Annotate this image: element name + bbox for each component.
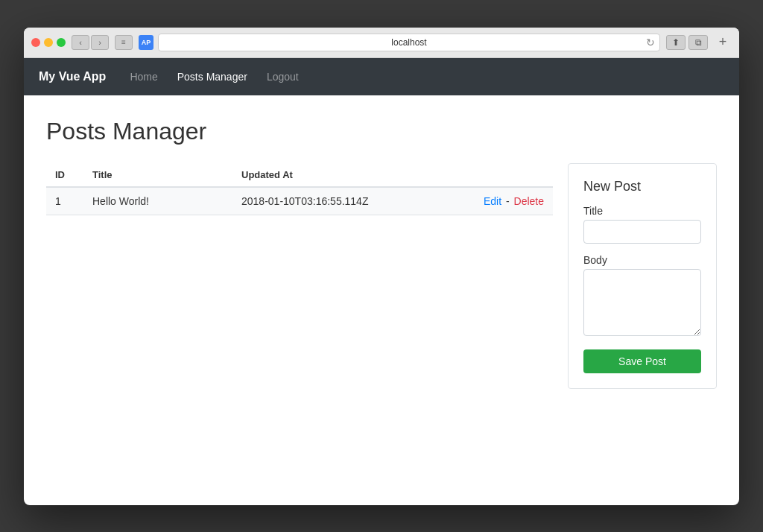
forward-icon: › bbox=[98, 38, 101, 47]
panel-title: New Post bbox=[583, 179, 701, 194]
browser-chrome: ‹ › ≡ AP localhost ↻ ⬆ ⧉ bbox=[24, 28, 739, 58]
title-input[interactable] bbox=[583, 220, 701, 244]
cell-id: 1 bbox=[46, 187, 83, 215]
close-button[interactable] bbox=[31, 38, 40, 47]
new-tab-button[interactable]: + bbox=[714, 34, 732, 51]
browser-actions: ⬆ ⧉ bbox=[666, 35, 708, 50]
new-tab-icon: + bbox=[719, 34, 727, 50]
body-form-group: Body bbox=[583, 254, 701, 339]
content-layout: ID Title Updated At 1 Hello World! 2018-… bbox=[46, 163, 717, 389]
col-header-title: Title bbox=[83, 163, 232, 187]
table-body: 1 Hello World! 2018-01-10T03:16:55.114Z … bbox=[46, 187, 553, 215]
table-section: ID Title Updated At 1 Hello World! 2018-… bbox=[46, 163, 553, 215]
col-header-actions bbox=[382, 163, 553, 187]
address-text: localhost bbox=[391, 37, 426, 48]
new-post-panel: New Post Title Body Save Post bbox=[568, 163, 717, 389]
table-header: ID Title Updated At bbox=[46, 163, 553, 187]
nav-links: Home Posts Manager Logout bbox=[121, 65, 307, 89]
refresh-icon[interactable]: ↻ bbox=[646, 37, 655, 48]
forward-button[interactable]: › bbox=[91, 35, 109, 50]
cell-title: Hello World! bbox=[83, 187, 232, 215]
edit-link[interactable]: Edit bbox=[484, 195, 501, 207]
app-content: Posts Manager ID Title Updated At bbox=[24, 95, 739, 505]
cell-actions: Edit - Delete bbox=[382, 187, 553, 215]
minimize-button[interactable] bbox=[44, 38, 53, 47]
col-header-updated-at: Updated At bbox=[232, 163, 382, 187]
address-bar[interactable]: localhost ↻ bbox=[158, 34, 660, 51]
duplicate-button[interactable]: ⧉ bbox=[688, 35, 708, 50]
nav-link-logout[interactable]: Logout bbox=[258, 65, 308, 89]
back-button[interactable]: ‹ bbox=[72, 35, 89, 50]
col-header-id: ID bbox=[46, 163, 83, 187]
share-button[interactable]: ⬆ bbox=[666, 35, 686, 50]
delete-link[interactable]: Delete bbox=[514, 195, 544, 207]
cell-updated-at: 2018-01-10T03:16:55.114Z bbox=[232, 187, 382, 215]
body-label: Body bbox=[583, 254, 701, 266]
traffic-lights bbox=[31, 38, 66, 47]
share-icon: ⬆ bbox=[672, 37, 680, 48]
action-separator: - bbox=[506, 195, 513, 207]
nav-link-home[interactable]: Home bbox=[121, 65, 166, 89]
header-row: ID Title Updated At bbox=[46, 163, 553, 187]
nav-link-posts-manager[interactable]: Posts Manager bbox=[168, 65, 256, 89]
app-brand[interactable]: My Vue App bbox=[39, 70, 106, 83]
reader-view-button[interactable]: ≡ bbox=[115, 35, 133, 50]
favicon: AP bbox=[139, 35, 153, 50]
address-bar-container: AP localhost ↻ bbox=[139, 34, 660, 51]
title-form-group: Title bbox=[583, 205, 701, 244]
table-row: 1 Hello World! 2018-01-10T03:16:55.114Z … bbox=[46, 187, 553, 215]
duplicate-icon: ⧉ bbox=[695, 37, 702, 48]
browser-window: ‹ › ≡ AP localhost ↻ ⬆ ⧉ bbox=[24, 28, 739, 505]
page-title: Posts Manager bbox=[46, 118, 717, 145]
maximize-button[interactable] bbox=[57, 38, 66, 47]
posts-table: ID Title Updated At 1 Hello World! 2018-… bbox=[46, 163, 553, 215]
back-icon: ‹ bbox=[79, 38, 82, 47]
title-label: Title bbox=[583, 205, 701, 217]
browser-nav-buttons: ‹ › bbox=[72, 35, 109, 50]
reader-icon: ≡ bbox=[121, 38, 126, 46]
app-navbar: My Vue App Home Posts Manager Logout bbox=[24, 58, 739, 95]
body-textarea[interactable] bbox=[583, 269, 701, 336]
save-post-button[interactable]: Save Post bbox=[583, 349, 701, 373]
